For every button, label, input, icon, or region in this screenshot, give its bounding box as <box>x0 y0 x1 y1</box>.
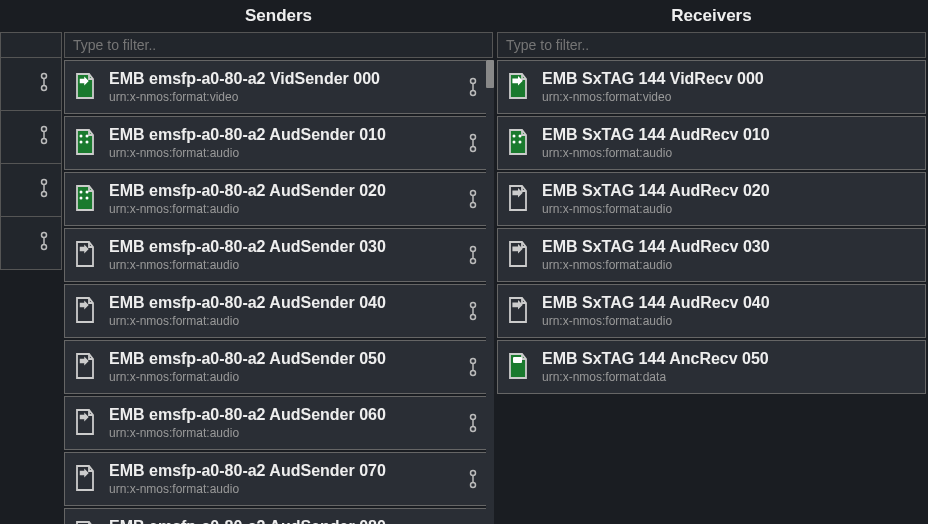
receiver-urn: urn:x-nmos:format:audio <box>542 258 919 272</box>
receiver-title: EMB SxTAG 144 AudRecv 020 <box>542 182 919 200</box>
format-icon <box>71 238 99 272</box>
svg-point-18 <box>86 141 89 144</box>
receiver-title: EMB SxTAG 144 VidRecv 000 <box>542 70 919 88</box>
sender-title: EMB emsfp-a0-80-a2 AudSender 030 <box>109 238 456 256</box>
sender-title: EMB emsfp-a0-80-a2 AudSender 040 <box>109 294 456 312</box>
format-icon <box>504 238 532 272</box>
svg-point-14 <box>471 91 476 96</box>
format-icon <box>504 294 532 328</box>
svg-point-29 <box>471 247 476 252</box>
svg-point-9 <box>42 233 47 238</box>
sender-row[interactable]: EMB emsfp-a0-80-a2 AudSender 050 urn:x-n… <box>64 340 487 394</box>
svg-point-47 <box>513 135 516 138</box>
svg-point-31 <box>471 259 476 264</box>
senders-scrollbar[interactable] <box>486 60 494 524</box>
senders-filter-input[interactable] <box>64 32 493 58</box>
receiver-title: EMB SxTAG 144 AudRecv 010 <box>542 126 919 144</box>
sender-row[interactable]: EMB emsfp-a0-80-a2 AudSender 080 urn:x-n… <box>64 508 487 524</box>
receiver-title: EMB SxTAG 144 AudRecv 030 <box>542 238 919 256</box>
sender-row[interactable]: EMB emsfp-a0-80-a2 AudSender 040 urn:x-n… <box>64 284 487 338</box>
svg-point-8 <box>42 192 47 197</box>
svg-point-48 <box>519 135 522 138</box>
svg-point-6 <box>42 180 47 185</box>
sender-row[interactable]: EMB emsfp-a0-80-a2 AudSender 010 urn:x-n… <box>64 116 487 170</box>
svg-point-5 <box>42 139 47 144</box>
sender-urn: urn:x-nmos:format:audio <box>109 314 456 328</box>
svg-point-15 <box>80 135 83 138</box>
svg-point-28 <box>471 203 476 208</box>
receiver-urn: urn:x-nmos:format:video <box>542 90 919 104</box>
svg-point-22 <box>80 191 83 194</box>
sender-urn: urn:x-nmos:format:audio <box>109 482 456 496</box>
sender-title: EMB emsfp-a0-80-a2 AudSender 050 <box>109 350 456 368</box>
connector-icon[interactable] <box>466 413 480 433</box>
receiver-row[interactable]: EMB SxTAG 144 AudRecv 020 urn:x-nmos:for… <box>497 172 926 226</box>
svg-point-0 <box>42 74 47 79</box>
senders-heading: Senders <box>62 0 495 32</box>
format-icon <box>71 350 99 384</box>
senders-column: Senders EMB emsfp-a0-80-a2 VidSender 000… <box>62 0 495 524</box>
svg-point-25 <box>86 197 89 200</box>
svg-point-21 <box>471 147 476 152</box>
receiver-row[interactable]: EMB SxTAG 144 AudRecv 040 urn:x-nmos:for… <box>497 284 926 338</box>
sender-row[interactable]: EMB emsfp-a0-80-a2 AudSender 060 urn:x-n… <box>64 396 487 450</box>
sender-row[interactable]: EMB emsfp-a0-80-a2 VidSender 000 urn:x-n… <box>64 60 487 114</box>
connector-icon <box>39 178 49 202</box>
receiver-row[interactable]: EMB SxTAG 144 AudRecv 030 urn:x-nmos:for… <box>497 228 926 282</box>
format-icon <box>504 70 532 104</box>
receiver-row[interactable]: EMB SxTAG 144 AncRecv 050 urn:x-nmos:for… <box>497 340 926 394</box>
svg-point-49 <box>513 141 516 144</box>
receivers-list: EMB SxTAG 144 VidRecv 000 urn:x-nmos:for… <box>495 60 928 524</box>
receiver-row[interactable]: EMB SxTAG 144 AudRecv 010 urn:x-nmos:for… <box>497 116 926 170</box>
receivers-filter-input[interactable] <box>497 32 926 58</box>
svg-point-26 <box>471 191 476 196</box>
stub-row[interactable] <box>0 216 62 270</box>
connector-icon <box>39 125 49 149</box>
receiver-urn: urn:x-nmos:format:audio <box>542 146 919 160</box>
stub-row[interactable] <box>0 163 62 217</box>
receivers-heading: Receivers <box>495 0 928 32</box>
receiver-row[interactable]: EMB SxTAG 144 VidRecv 000 urn:x-nmos:for… <box>497 60 926 114</box>
svg-point-11 <box>42 245 47 250</box>
format-icon <box>71 462 99 496</box>
left-stub-column <box>0 0 62 524</box>
svg-point-38 <box>471 415 476 420</box>
connector-icon[interactable] <box>466 245 480 265</box>
sender-urn: urn:x-nmos:format:audio <box>109 146 456 160</box>
svg-point-12 <box>471 79 476 84</box>
stub-row[interactable] <box>0 110 62 164</box>
svg-point-34 <box>471 315 476 320</box>
svg-point-40 <box>471 427 476 432</box>
connector-icon[interactable] <box>466 133 480 153</box>
sender-title: EMB emsfp-a0-80-a2 AudSender 070 <box>109 462 456 480</box>
receiver-urn: urn:x-nmos:format:data <box>542 370 919 384</box>
format-icon <box>71 182 99 216</box>
format-icon <box>504 182 532 216</box>
receiver-urn: urn:x-nmos:format:audio <box>542 202 919 216</box>
format-icon <box>71 518 99 524</box>
sender-row[interactable]: EMB emsfp-a0-80-a2 AudSender 030 urn:x-n… <box>64 228 487 282</box>
svg-point-2 <box>42 86 47 91</box>
connector-icon[interactable] <box>466 469 480 489</box>
receiver-urn: urn:x-nmos:format:audio <box>542 314 919 328</box>
receiver-title: EMB SxTAG 144 AudRecv 040 <box>542 294 919 312</box>
sender-urn: urn:x-nmos:format:audio <box>109 370 456 384</box>
svg-point-41 <box>471 471 476 476</box>
sender-title: EMB emsfp-a0-80-a2 VidSender 000 <box>109 70 456 88</box>
connector-icon[interactable] <box>466 301 480 321</box>
sender-urn: urn:x-nmos:format:audio <box>109 258 456 272</box>
connector-icon[interactable] <box>466 189 480 209</box>
sender-title: EMB emsfp-a0-80-a2 AudSender 080 <box>109 518 456 524</box>
sender-row[interactable]: EMB emsfp-a0-80-a2 AudSender 020 urn:x-n… <box>64 172 487 226</box>
connector-icon <box>39 231 49 255</box>
svg-point-35 <box>471 359 476 364</box>
svg-point-17 <box>80 141 83 144</box>
connector-icon[interactable] <box>466 357 480 377</box>
svg-rect-51 <box>513 357 522 363</box>
svg-point-19 <box>471 135 476 140</box>
stub-filter[interactable] <box>0 32 62 58</box>
stub-row[interactable] <box>0 57 62 111</box>
connector-icon[interactable] <box>466 77 480 97</box>
sender-row[interactable]: EMB emsfp-a0-80-a2 AudSender 070 urn:x-n… <box>64 452 487 506</box>
sender-urn: urn:x-nmos:format:video <box>109 90 456 104</box>
